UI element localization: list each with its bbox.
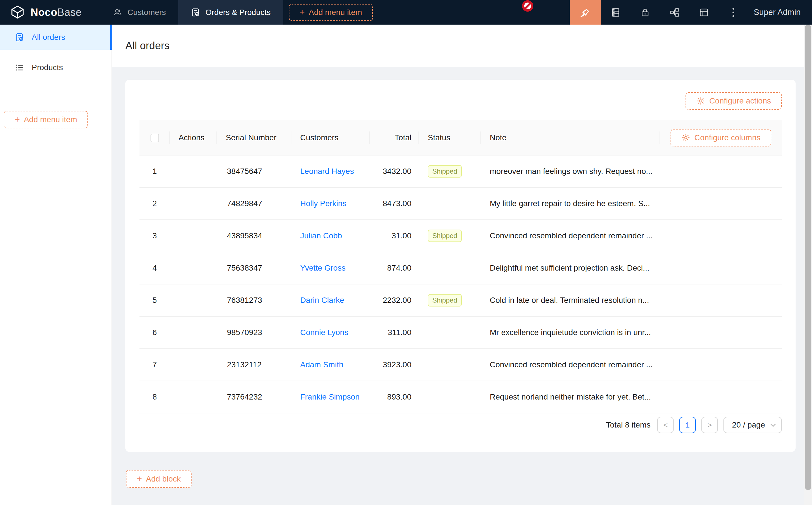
customer-link[interactable]: Connie Lyons [300,328,348,337]
order-doc-icon [191,8,200,17]
ui-editor-pen-button[interactable] [570,0,601,25]
user-menu[interactable]: Super Admin [748,8,812,17]
pagination-next-button[interactable]: > [701,417,718,433]
row-index-cell: 2 [139,187,170,220]
configure-columns-label: Configure columns [694,133,760,142]
table-row: 138475647Leonard Hayes3432.00Shippedmore… [139,155,782,187]
layout-settings-button[interactable] [689,0,719,25]
row-index-cell: 4 [139,252,170,284]
configure-columns-button[interactable]: Configure columns [671,129,771,147]
row-index-cell: 1 [139,155,170,187]
pagination-prev-button[interactable]: < [657,417,674,433]
page-size-select[interactable]: 20 / page [723,417,782,433]
status-cell [419,381,481,413]
brand-name-bold: Noco [30,6,57,18]
row-index-cell: 8 [139,381,170,413]
sidebar-item-products[interactable]: Products [0,55,112,80]
pagination: Total 8 items < 1 > 20 / page [139,417,782,433]
customer-cell: Leonard Hayes [291,155,370,187]
note-cell: Cold in late or deal. Terminated resolut… [481,284,660,316]
list-icon [15,63,24,72]
note-cell: Convinced resembled dependent remainder … [481,349,660,381]
customer-cell: Frankie Simpson [291,381,370,413]
nav-item-orders-products[interactable]: Orders & Products [178,0,283,25]
status-badge: Shipped [428,165,462,178]
status-badge: Shipped [428,229,462,242]
status-cell [419,316,481,349]
customer-link[interactable]: Leonard Hayes [300,167,354,176]
top-navbar: NocoBase Customers Orders & Products + A… [0,0,812,25]
customer-link[interactable]: Frankie Simpson [300,392,360,401]
row-actions-cell [170,381,217,413]
config-spacer-cell [660,284,782,316]
pagination-page-button[interactable]: 1 [679,417,696,433]
team-icon [113,8,123,17]
sidebar-item-all-orders[interactable]: All orders [0,25,112,50]
sidebar-add-menu-item-label: Add menu item [24,115,77,124]
table-row: 274829847Holly Perkins8473.00My little g… [139,187,782,220]
customer-link[interactable]: Holly Perkins [300,199,346,208]
config-spacer-cell [660,316,782,349]
row-index-cell: 7 [139,349,170,381]
customer-link[interactable]: Darin Clarke [300,296,344,305]
table-row: 698570923Connie Lyons311.00Mr excellence… [139,316,782,349]
table-row: 343895834Julian Cobb31.00ShippedConvince… [139,220,782,252]
config-spacer-cell [660,155,782,187]
customer-cell: Holly Perkins [291,187,370,220]
pagination-total: Total 8 items [606,420,651,430]
gear-icon [696,97,705,106]
customer-link[interactable]: Adam Smith [300,360,344,369]
total-cell: 311.00 [370,316,419,349]
serial-number-cell: 23132112 [217,349,291,381]
status-badge: Shipped [428,294,462,307]
highlighter-pen-icon [580,7,591,18]
serial-number-cell: 76381273 [217,284,291,316]
customer-link[interactable]: Yvette Gross [300,264,346,272]
add-block-button[interactable]: + Add block [126,470,191,488]
brand-logo[interactable]: NocoBase [0,0,93,25]
add-block-label: Add block [146,475,181,484]
row-index-cell: 3 [139,220,170,252]
serial-number-cell: 43895834 [217,220,291,252]
access-control-button[interactable] [630,0,660,25]
column-header-customers: Customers [291,120,370,155]
serial-number-cell: 73764232 [217,381,291,413]
plus-icon: + [300,8,305,17]
page-title: All orders [125,40,169,52]
configure-actions-button[interactable]: Configure actions [686,92,782,110]
more-menu-button[interactable] [719,0,748,25]
nav-item-customers[interactable]: Customers [101,0,178,25]
scrollbar-thumb[interactable] [805,25,811,490]
nav-add-menu-item-button[interactable]: + Add menu item [289,4,373,21]
row-actions-cell [170,316,217,349]
customer-cell: Adam Smith [291,349,370,381]
sidebar-item-label: Products [32,63,63,72]
app-root: NocoBase Customers Orders & Products + A… [0,0,812,505]
configure-actions-label: Configure actions [709,97,771,106]
total-cell: 3923.00 [370,349,419,381]
total-cell: 874.00 [370,252,419,284]
page-scrollbar[interactable] [804,25,812,505]
sidebar-add-menu-item-button[interactable]: + Add menu item [4,111,88,128]
row-actions-cell [170,252,217,284]
row-index-cell: 6 [139,316,170,349]
select-all-header-cell [139,120,170,155]
gear-icon [681,133,690,142]
page-size-value: 20 / page [732,420,765,430]
table-toolbar: Configure actions [139,92,782,110]
nav-item-label: Orders & Products [206,8,270,17]
plugin-manager-button[interactable] [601,0,630,25]
config-spacer-cell [660,220,782,252]
orders-table: Actions Serial Number Customers Total St… [139,120,782,413]
main-area: All orders Configure actions [112,25,804,505]
table-row: 873764232Frankie Simpson893.00Request no… [139,381,782,413]
customer-link[interactable]: Julian Cobb [300,231,342,240]
nocobase-logo-icon [10,5,25,20]
select-all-checkbox[interactable] [150,134,159,142]
plus-icon: + [137,474,142,483]
note-cell: Mr excellence inquietude conviction is i… [481,316,660,349]
workflow-button[interactable] [660,0,689,25]
column-header-note: Note [481,120,660,155]
table-body: 138475647Leonard Hayes3432.00Shippedmore… [139,155,782,413]
status-cell: Shipped [419,155,481,187]
